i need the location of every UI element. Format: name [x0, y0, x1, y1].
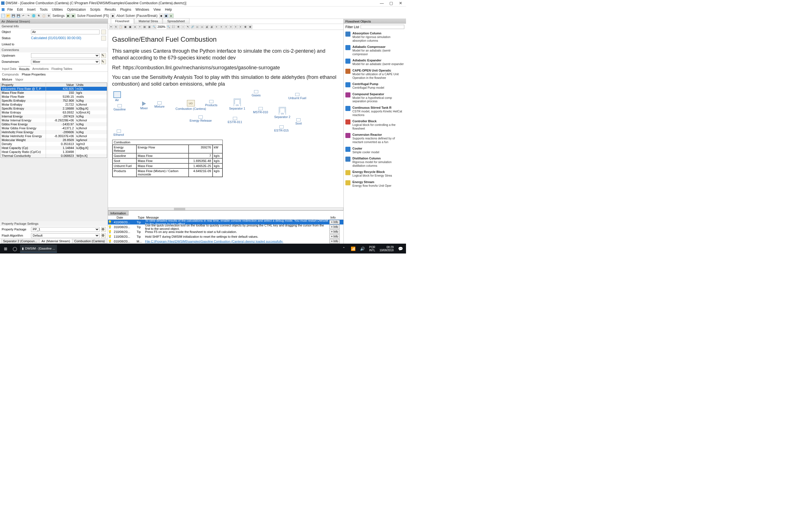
saveall-icon[interactable]: 💾 [16, 13, 20, 18]
property-row[interactable]: Specific Entropy2.18688kJ/[kg.K] [1, 107, 107, 110]
subtab-phase-properties[interactable]: Phase Properties [21, 72, 46, 76]
tab-floating-tables[interactable]: Floating Tables [51, 66, 73, 71]
menu-help[interactable]: Help [163, 7, 174, 12]
abort-label[interactable]: Abort Solver (Pause/Break) [116, 14, 158, 18]
cortana-icon[interactable]: ◯ [11, 245, 19, 252]
filter-input[interactable] [361, 25, 404, 29]
object-pick-icon[interactable] [101, 30, 106, 34]
fa-config-icon[interactable]: ⚙ [101, 233, 106, 238]
block-gases[interactable]: Gases [252, 94, 261, 97]
table-icon[interactable]: ▤ [143, 25, 147, 29]
object-item[interactable]: Conversion ReactorSupports reactions def… [345, 131, 404, 145]
tab-results[interactable]: Results [18, 66, 31, 71]
property-row[interactable]: Gibbs Free Energy-1433.97kJ/kg [1, 122, 107, 126]
property-row[interactable]: Molar Helmholtz Free Energy-8.35537E+06k… [1, 134, 107, 138]
tray-time[interactable]: 08:29 [387, 245, 394, 249]
open-icon[interactable]: 📂 [6, 13, 10, 18]
snap2-icon[interactable]: ▭ [200, 25, 204, 29]
pp-config-icon[interactable]: ⚙ [101, 227, 106, 232]
upstream-select[interactable] [31, 53, 100, 58]
menu-insert[interactable]: Insert [25, 7, 38, 12]
snap1-icon[interactable]: ▭ [195, 25, 200, 29]
tray-notifications-icon[interactable]: 💬 [396, 245, 405, 252]
block-mstr010[interactable]: MSTR-010 [253, 110, 268, 114]
recycle-icon[interactable]: ♻ [176, 25, 181, 29]
p1-icon[interactable]: ▣ [164, 13, 168, 18]
basis-icon[interactable]: 📋 [42, 13, 46, 18]
menu-utilities[interactable]: Utilities [50, 7, 65, 12]
info-button[interactable]: + Info [329, 225, 340, 229]
object-item[interactable]: Energy Recycle BlockLogical block for En… [345, 169, 404, 179]
tab-spreadsheet[interactable]: Spreadsheet [163, 18, 189, 24]
tab-input-data[interactable]: Input Data [1, 66, 17, 71]
fa-select[interactable]: Default [31, 233, 100, 238]
block-mixture[interactable]: Mixture [154, 105, 165, 108]
al1-icon[interactable]: ≡ [214, 25, 219, 29]
minimize-button[interactable]: — [377, 1, 386, 5]
stop2-icon[interactable]: ◉ [159, 13, 163, 18]
al4-icon[interactable]: ≡ [229, 25, 233, 29]
property-row[interactable]: Volumetric Flow Rate @ T, P426.605m3/s [1, 87, 107, 91]
property-row[interactable]: Helmholtz Free Energy-289606kJ/kg [1, 130, 107, 134]
menu-scripts[interactable]: Scripts [88, 7, 102, 12]
zoomfit-icon[interactable]: ⛶ [171, 25, 175, 29]
tab-material-streams[interactable]: Material Strea [134, 18, 162, 24]
taskbar-app[interactable]: ▮ DWSIM - [Gasoline ... [20, 245, 57, 252]
canvas-hscroll[interactable] [108, 207, 344, 210]
property-row[interactable]: Density0.351613kg/m3 [1, 142, 107, 146]
status-action-icon[interactable] [101, 36, 106, 41]
preview-icon[interactable]: 🖨 [210, 25, 214, 29]
property-row[interactable]: Heat Capacity (Cp)1.14844kJ/[kg.K] [1, 146, 107, 150]
start-button[interactable]: ⊞ [1, 245, 10, 252]
block-gasoline[interactable]: Gasoline [114, 108, 126, 111]
block-estr011[interactable]: ESTR-011 [228, 120, 242, 124]
compound-icon[interactable]: ⚗ [36, 13, 41, 18]
block-sep2[interactable]: Separator 2 [274, 115, 290, 119]
block-mixer[interactable]: Mixer [140, 107, 148, 110]
al2-icon[interactable]: ≡ [219, 25, 223, 29]
upstream-pick-icon[interactable]: ✎ [101, 53, 106, 58]
object-input[interactable] [31, 30, 100, 34]
block-uo-box[interactable]: UO [187, 100, 195, 107]
solve-label[interactable]: Solve Flowsheet (F5) [76, 14, 110, 18]
block-unburnt[interactable]: Unburnt Fuel [289, 96, 306, 100]
block-soot[interactable]: Soot [296, 122, 302, 125]
ex2-icon[interactable]: ✿ [248, 25, 252, 29]
object-item[interactable]: Continuous Stirred Tank RCSTR model, sup… [345, 105, 404, 118]
connect-icon[interactable]: ↔ [181, 25, 185, 29]
global-icon[interactable]: 🌐 [31, 13, 36, 18]
play2-icon[interactable]: ▶ [71, 13, 75, 18]
object-item[interactable]: Adiabatic ExpanderModel for an adiabatic… [345, 57, 404, 67]
al3-icon[interactable]: ≡ [224, 25, 229, 29]
info-row[interactable]: 💡210/08/20...TipPress F5 on any area ins… [108, 229, 344, 234]
block-ethanol[interactable]: Ethanol [114, 133, 124, 136]
downstream-select[interactable]: Mixer [31, 59, 100, 64]
objects-list[interactable]: Absorption ColumnModel for rigorous simu… [344, 30, 406, 244]
text-icon[interactable]: T [138, 25, 142, 29]
close-button[interactable]: ✕ [396, 1, 405, 5]
paste-icon[interactable]: 📋 [119, 25, 123, 29]
object-item[interactable]: Compound SeparatorModel for a hypothetic… [345, 91, 404, 105]
property-row[interactable]: Molar Internal Energy-8.29228E+06kJ/kmol [1, 118, 107, 122]
pp-select[interactable]: PP_1 [31, 227, 100, 232]
property-row[interactable]: Specific Enthalpy752.908kJ/kg [1, 99, 107, 103]
menu-edit[interactable]: Edit [15, 7, 25, 12]
settings-label[interactable]: Settings [52, 14, 65, 18]
menu-plugins[interactable]: Plugins [118, 7, 133, 12]
info-row[interactable]: 💡310/08/20...TipUse the quick connection… [108, 224, 344, 229]
font-icon[interactable]: A [133, 25, 137, 29]
object-item[interactable]: CoolerSimple cooler model [345, 145, 404, 156]
property-row[interactable]: Internal Energy-287419kJ/kg [1, 114, 107, 118]
block-air[interactable]: Air [115, 98, 119, 102]
tray-up-icon[interactable]: ˄ [340, 245, 348, 252]
phasetab-mixture[interactable]: Mixture [1, 77, 13, 82]
info-row[interactable]: 💡110/08/20...TipHold SHIFT during DWSIM … [108, 234, 344, 239]
save-icon[interactable]: 💾 [11, 13, 15, 18]
grid-icon[interactable]: ▦ [123, 25, 128, 29]
al5-icon[interactable]: ≡ [234, 25, 238, 29]
cut-icon[interactable]: ✂ [109, 25, 113, 29]
object-item[interactable]: Controller BlockLogical block for contro… [345, 118, 404, 131]
phasetab-vapor[interactable]: Vapor [14, 77, 24, 82]
tab-annotations[interactable]: Annotations [31, 66, 49, 71]
undo-icon[interactable]: ↶ [21, 13, 26, 18]
